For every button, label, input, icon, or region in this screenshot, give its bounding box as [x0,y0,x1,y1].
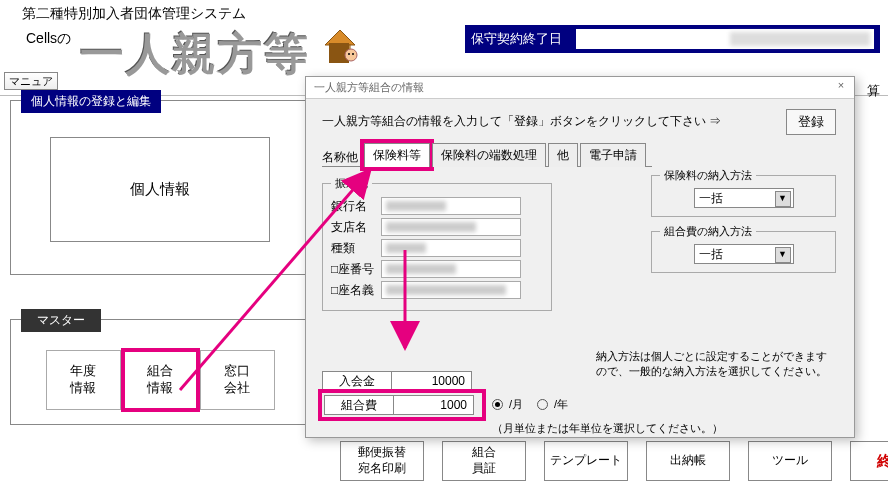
union-method-select[interactable]: 一括 [694,244,794,264]
system-title: 第二種特別加入者団体管理システム [22,5,246,23]
system-subtitle: Cellsの [26,30,71,48]
svg-rect-4 [339,43,344,63]
svg-marker-0 [325,30,355,45]
maintenance-bar: 保守契約終了日 [465,25,880,53]
union-info-button[interactable]: 組合 情報 [123,350,198,410]
branch-field[interactable] [381,218,521,236]
dialog-title: 一人親方等組合の情報 [314,80,424,95]
svg-rect-2 [329,43,334,63]
acctname-field[interactable] [381,281,521,299]
svg-point-8 [352,53,354,55]
year-info-button[interactable]: 年度 情報 [46,350,121,410]
hoken-method-legend: 保険料の納入方法 [660,168,756,183]
hoken-method-select[interactable]: 一括 [694,188,794,208]
register-button[interactable]: 登録 [786,109,836,135]
period-month-label: /月 [509,397,523,412]
union-method-legend: 組合費の納入方法 [660,224,756,239]
kumiai-label: 組合費 [324,395,394,415]
type-field[interactable] [381,239,521,257]
branch-label: 支店名 [331,219,381,236]
dialog-title-bar: 一人親方等組合の情報 × [306,77,854,99]
kumiai-value[interactable]: 1000 [394,395,474,415]
logo-text: 一人親方等 [80,25,310,84]
manual-button[interactable]: マニュアル [4,72,58,90]
dialog-prompt: 一人親方等組合の情報を入力して「登録」ボタンをクリックして下さい ⇒ [322,113,838,130]
nyukin-value[interactable]: 10000 [392,371,472,391]
tab-hoken[interactable]: 保険料等 [364,143,430,167]
maintenance-value [576,29,874,49]
close-icon[interactable]: × [832,79,850,95]
tab-other[interactable]: 他 [548,143,578,167]
type-label: 種類 [331,240,381,257]
nyukin-label: 入会金 [322,371,392,391]
period-year-label: /年 [554,397,568,412]
bank-field[interactable] [381,197,521,215]
period-note: （月単位または年単位を選択してください。） [492,421,838,436]
bank-label: 銀行名 [331,198,381,215]
calc-hint: 算 [867,82,880,100]
svg-point-7 [348,53,350,55]
union-info-dialog: 一人親方等組合の情報 × 一人親方等組合の情報を入力して「登録」ボタンをクリック… [305,76,855,438]
panel-title-master: マスター [21,309,101,332]
tab-fraction[interactable]: 保険料の端数処理 [432,143,546,167]
panel-title-personal: 個人情報の登録と編集 [21,90,161,113]
acctno-label: □座番号 [331,261,381,278]
personal-info-button[interactable]: 個人情報 [50,137,270,242]
logo-icon [320,25,360,65]
method-note: 納入方法は個人ごとに設定することができますので、一般的な納入方法を選択してくださ… [596,349,836,380]
tab-group-label: 名称他 [322,149,358,166]
tab-eapp[interactable]: 電子申請 [580,143,646,167]
acctname-label: □座名義 [331,282,381,299]
maintenance-label: 保守契約終了日 [471,30,562,48]
transfer-legend: 振込先 [331,176,372,191]
exit-button[interactable]: 終了 [850,441,888,481]
svg-point-6 [345,49,357,61]
period-month-radio[interactable] [492,399,503,410]
period-year-radio[interactable] [537,399,548,410]
madoguchi-button[interactable]: 窓口 会社 [200,350,275,410]
svg-rect-3 [334,43,339,63]
acctno-field[interactable] [381,260,521,278]
